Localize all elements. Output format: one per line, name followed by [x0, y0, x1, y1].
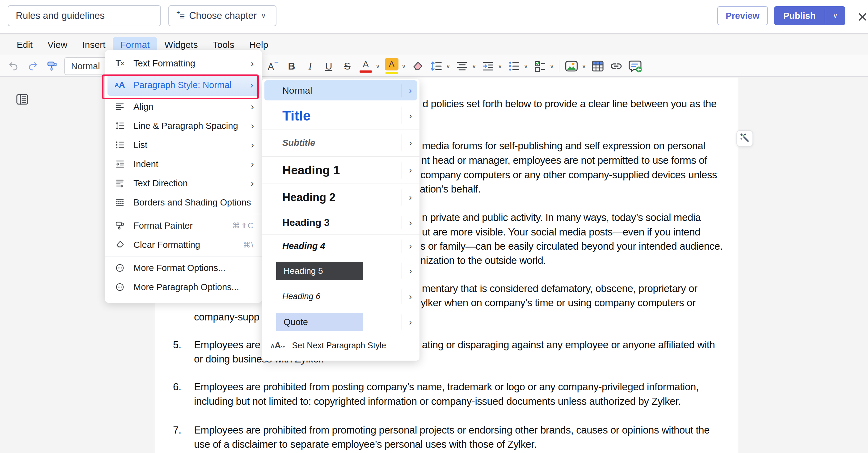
menu-view[interactable]: View — [40, 37, 75, 53]
top-bar: +≡ Choose chapter ∨ Preview Publish ∨ × — [0, 0, 868, 34]
style-option-heading-2[interactable]: Heading 2 › — [262, 184, 420, 211]
format-menu-item-text-formatting[interactable]: Tx Text Formatting › — [105, 54, 262, 73]
bold-button[interactable]: B — [285, 58, 299, 75]
font-color-button[interactable]: A — [359, 58, 373, 75]
menu-item-label: Set Next Paragraph Style — [292, 341, 386, 351]
style-option-heading-6[interactable]: Heading 6 › — [262, 284, 420, 309]
strikethrough-button[interactable]: S — [340, 58, 354, 75]
document-text-line: ating or disparaging against any employe… — [422, 338, 715, 352]
submenu-arrow-icon: › — [402, 102, 420, 129]
style-option-subtitle[interactable]: Subtitle › — [262, 129, 420, 157]
submenu-arrow-icon: › — [402, 235, 420, 258]
highlight-color-button[interactable]: A — [385, 58, 399, 75]
list-item-number: 6. — [173, 380, 181, 394]
format-painter-button[interactable] — [45, 58, 59, 75]
publish-button[interactable]: Publish — [774, 6, 825, 25]
format-menu-item-borders-shading[interactable]: Borders and Shading Options — [105, 193, 262, 212]
format-menu-item-text-direction[interactable]: Text Direction › — [105, 174, 262, 193]
submenu-arrow-icon: › — [250, 80, 253, 90]
style-option-heading-4[interactable]: Heading 4 › — [262, 235, 420, 258]
indent-button[interactable] — [481, 58, 495, 75]
set-next-paragraph-style-item[interactable]: AA Set Next Paragraph Style — [262, 335, 420, 356]
checklist-button[interactable] — [533, 58, 547, 75]
underline-button[interactable]: U — [322, 58, 336, 75]
clear-formatting-button[interactable] — [411, 58, 425, 75]
publish-dropdown-button[interactable]: ∨ — [825, 6, 845, 25]
eraser-icon — [411, 60, 424, 72]
format-menu-item-indent[interactable]: Indent › — [105, 154, 262, 174]
format-painter-icon — [114, 221, 125, 231]
style-option-heading-5[interactable]: Heading 5 › — [262, 258, 420, 284]
paragraph-style-icon: AA — [114, 80, 125, 90]
insert-table-button[interactable] — [591, 58, 604, 75]
checklist-dropdown[interactable]: ∨ — [550, 63, 554, 70]
bullet-list-button[interactable] — [507, 58, 521, 75]
italic-button[interactable]: I — [303, 58, 317, 75]
choose-chapter-button[interactable]: +≡ Choose chapter ∨ — [168, 5, 276, 26]
highlight-color-dropdown[interactable]: ∨ — [402, 63, 406, 70]
font-color-dropdown[interactable]: ∨ — [376, 63, 380, 70]
format-menu-item-line-paragraph-spacing[interactable]: Line & Paragraph Spacing › — [105, 116, 262, 135]
menu-divider — [105, 214, 262, 214]
format-menu-item-align[interactable]: Align › — [105, 97, 262, 116]
insert-link-button[interactable] — [610, 58, 623, 75]
menu-item-label: Paragraph Style: Normal — [133, 80, 250, 90]
style-option-quote[interactable]: Quote › — [262, 309, 420, 335]
document-text-line: mentary that is considered defamatory, o… — [422, 281, 698, 296]
style-label: Heading 3 — [282, 217, 330, 229]
format-menu-item-clear-formatting[interactable]: Clear Formatting ⌘\ — [105, 235, 262, 254]
publish-label: Publish — [783, 11, 816, 21]
submenu-arrow-icon: › — [402, 129, 420, 156]
menu-item-label: Text Formatting — [133, 58, 251, 69]
format-menu-item-paragraph-style[interactable]: AA Paragraph Style: Normal › — [107, 74, 259, 96]
document-title-input[interactable] — [8, 5, 161, 26]
magic-wand-icon — [740, 132, 750, 144]
chevron-down-icon: ∨ — [833, 12, 838, 20]
align-button[interactable] — [455, 58, 469, 75]
submenu-arrow-icon: › — [251, 159, 254, 169]
redo-button[interactable] — [26, 58, 39, 75]
add-comment-button[interactable] — [628, 58, 642, 75]
format-menu-item-list[interactable]: List › — [105, 135, 262, 154]
style-option-title[interactable]: Title › — [262, 102, 420, 129]
image-icon — [564, 60, 579, 72]
menu-item-label: Align — [133, 102, 251, 112]
submenu-arrow-icon: › — [251, 121, 254, 131]
style-option-heading-1[interactable]: Heading 1 › — [262, 157, 420, 184]
submenu-arrow-icon: › — [251, 178, 254, 188]
insert-image-dropdown[interactable]: ∨ — [582, 63, 586, 70]
format-menu-item-more-paragraph-options[interactable]: More Paragraph Options... — [105, 277, 262, 297]
format-menu-item-format-painter[interactable]: Format Painter ⌘⇧C — [105, 216, 262, 235]
document-text-line: media forums for self-publishing and sel… — [422, 139, 705, 153]
submenu-arrow-icon: › — [251, 101, 254, 112]
insert-image-button[interactable] — [564, 58, 579, 75]
style-label: Heading 5 — [276, 262, 363, 280]
close-button[interactable]: × — [853, 6, 868, 27]
undo-button[interactable] — [7, 58, 21, 75]
font-size-decrease-button[interactable]: A− — [266, 58, 280, 75]
style-label: Heading 6 — [282, 292, 320, 301]
link-icon — [610, 60, 623, 72]
align-dropdown[interactable]: ∨ — [472, 63, 476, 70]
document-text-line: including but not limited to: copyrighte… — [194, 394, 681, 409]
document-text-line: nt head or manager, employees are not pe… — [421, 153, 707, 168]
indent-dropdown[interactable]: ∨ — [498, 63, 502, 70]
menu-edit[interactable]: Edit — [9, 37, 40, 53]
line-spacing-button[interactable] — [429, 58, 443, 75]
submenu-arrow-icon: › — [251, 140, 254, 150]
submenu-arrow-icon: › — [251, 58, 254, 69]
text-direction-icon — [114, 178, 125, 188]
smart-assist-button[interactable] — [736, 130, 753, 147]
line-spacing-dropdown[interactable]: ∨ — [446, 63, 451, 70]
paragraph-style-submenu: Normal › Title › Subtitle › Heading 1 › … — [262, 79, 420, 361]
format-painter-icon — [46, 60, 58, 72]
style-option-normal[interactable]: Normal › — [262, 79, 420, 102]
table-of-contents-button[interactable] — [15, 92, 30, 107]
preview-button[interactable]: Preview — [717, 6, 768, 25]
bullet-list-dropdown[interactable]: ∨ — [524, 63, 528, 70]
publish-split-button[interactable]: Publish ∨ — [774, 6, 845, 25]
text-formatting-icon: Tx — [114, 59, 125, 68]
toc-panel-icon — [16, 93, 29, 107]
format-menu-item-more-format-options[interactable]: More Format Options... — [105, 258, 262, 277]
style-option-heading-3[interactable]: Heading 3 › — [262, 211, 420, 235]
